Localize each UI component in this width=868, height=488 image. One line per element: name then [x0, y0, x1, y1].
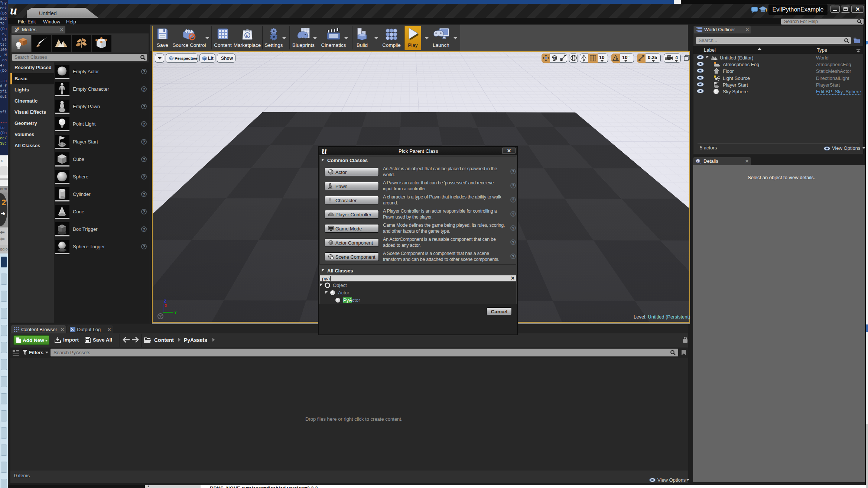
svg-text:Y: Y	[174, 310, 177, 314]
svg-text:X: X	[165, 303, 168, 308]
svg-text:u: u	[246, 33, 248, 38]
svg-text:Z: Z	[164, 299, 166, 303]
